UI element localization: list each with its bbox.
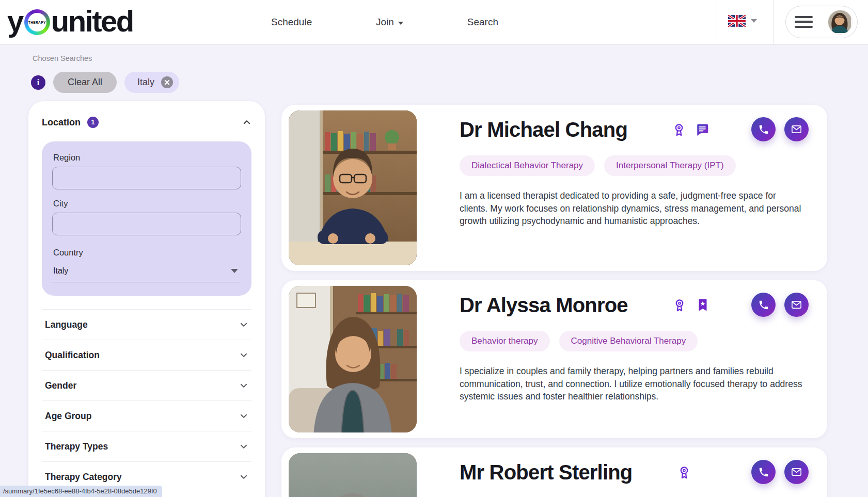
- chevron-down-icon: [239, 411, 248, 421]
- therapist-badges: [672, 297, 711, 313]
- language-selector[interactable]: [728, 15, 757, 27]
- call-button[interactable]: [751, 293, 776, 317]
- therapy-tag[interactable]: Dialectical Behavior Therapy: [460, 155, 595, 176]
- filter-section-location[interactable]: Location 1: [42, 117, 251, 128]
- filter-section-title: Therapy Types: [45, 441, 108, 452]
- nav-join[interactable]: Join: [376, 17, 403, 28]
- main-nav: Schedule Join Search: [271, 0, 498, 44]
- header-divider: [717, 0, 717, 44]
- therapist-card-body: Mr Robert Sterling: [460, 447, 827, 497]
- therapist-badges: [671, 122, 710, 137]
- filter-section-age-group[interactable]: Age Group: [42, 400, 251, 431]
- brand-ring-label: THERAPY: [28, 13, 46, 31]
- therapist-actions: [751, 117, 809, 141]
- phone-icon: [758, 124, 769, 135]
- hamburger-menu-icon: [795, 16, 813, 28]
- medal-icon: [672, 297, 687, 313]
- filter-section-title: Language: [45, 319, 88, 330]
- filters-panel: Location 1 Region City Country Italy Lan…: [28, 101, 265, 497]
- chevron-down-icon: [239, 350, 248, 360]
- medal-icon: [676, 464, 692, 480]
- chevron-down-icon: [239, 442, 248, 451]
- brand-logo-text: united: [51, 5, 133, 38]
- nav-search-label: Search: [467, 17, 498, 28]
- nav-schedule-label: Schedule: [271, 17, 312, 28]
- filter-section-language[interactable]: Language: [42, 309, 251, 340]
- therapy-tag[interactable]: Cognitive Behavioral Therapy: [559, 331, 698, 351]
- filter-section-title: Gender: [45, 380, 76, 391]
- therapist-badges: [676, 464, 692, 480]
- nav-join-label: Join: [376, 17, 394, 28]
- nav-search[interactable]: Search: [467, 17, 498, 28]
- filter-section-title: Location: [42, 117, 81, 128]
- medal-icon: [671, 122, 687, 137]
- region-label: Region: [53, 153, 241, 163]
- therapist-card[interactable]: Dr Alyssa Monroe: [281, 280, 827, 438]
- email-icon: [791, 299, 802, 311]
- country-select-value: Italy: [53, 266, 68, 276]
- email-button[interactable]: [784, 460, 809, 484]
- chevron-down-icon: [239, 381, 248, 390]
- city-label: City: [53, 199, 241, 209]
- chevron-down-icon: [231, 269, 238, 273]
- filter-count-badge: 1: [87, 117, 99, 128]
- email-icon: [791, 466, 802, 478]
- close-icon[interactable]: [161, 76, 173, 88]
- therapist-card[interactable]: Dr Michael Chang: [281, 105, 827, 271]
- call-button[interactable]: [751, 117, 776, 141]
- filter-chip-italy[interactable]: Italy: [124, 72, 179, 93]
- chat-icon: [695, 122, 710, 137]
- chevron-down-icon: [398, 22, 403, 25]
- ribbon-star-icon: [695, 297, 711, 313]
- filter-section-gender[interactable]: Gender: [42, 370, 251, 400]
- filter-section-title: Age Group: [45, 411, 91, 422]
- city-input[interactable]: [52, 213, 241, 235]
- header-divider: [774, 0, 774, 44]
- therapist-photo: [289, 110, 417, 265]
- email-button[interactable]: [784, 117, 809, 141]
- chevron-down-icon: [239, 320, 248, 329]
- therapy-tag[interactable]: Behavior therapy: [460, 331, 550, 351]
- therapist-actions: [751, 293, 809, 317]
- brand-logo[interactable]: y THERAPY united: [7, 5, 133, 38]
- therapy-tag[interactable]: Interpersonal Therapy (IPT): [604, 155, 736, 176]
- chevron-down-icon: [751, 19, 757, 23]
- therapist-card-body: Dr Michael Chang: [460, 105, 827, 271]
- therapist-card-body: Dr Alyssa Monroe: [460, 280, 827, 438]
- filter-sections: Language Qualification Gender Age Group …: [42, 309, 251, 492]
- call-button[interactable]: [751, 460, 776, 484]
- therapist-bio: I am a licensed therapist dedicated to p…: [460, 189, 803, 228]
- therapist-photo: [289, 453, 417, 497]
- filter-section-qualification[interactable]: Qualification: [42, 340, 251, 370]
- nav-schedule[interactable]: Schedule: [271, 17, 312, 28]
- chevron-down-icon: [239, 472, 248, 482]
- phone-icon: [758, 299, 769, 311]
- info-icon[interactable]: i: [31, 75, 45, 90]
- therapist-card[interactable]: Mr Robert Sterling: [281, 447, 827, 497]
- brand-ring-icon: THERAPY: [24, 9, 50, 35]
- uk-flag-icon: [728, 15, 746, 27]
- user-avatar: [828, 10, 853, 35]
- status-bar-url: /summary/1fe5ec68-ee88-4fb4-5e28-08de5de…: [0, 486, 162, 497]
- phone-icon: [758, 467, 769, 478]
- region-input[interactable]: [52, 167, 241, 189]
- filter-section-title: Qualification: [45, 350, 100, 361]
- therapist-bio: I specialize in couples and family thera…: [460, 365, 803, 403]
- therapy-tags: Dialectical Behavior Therapy Interperson…: [460, 155, 827, 176]
- email-icon: [791, 123, 802, 135]
- clear-all-button[interactable]: Clear All: [53, 72, 117, 93]
- therapist-photo: [289, 286, 417, 432]
- therapist-name: Dr Michael Chang: [460, 118, 627, 141]
- chosen-searches-label: Chosen Searches: [33, 54, 92, 62]
- therapist-name: Dr Alyssa Monroe: [460, 294, 628, 316]
- filter-section-therapy-types[interactable]: Therapy Types: [42, 431, 251, 461]
- email-button[interactable]: [784, 293, 809, 317]
- filter-section-title: Therapy Category: [45, 472, 122, 483]
- account-menu[interactable]: [785, 6, 858, 38]
- filter-chip-label: Italy: [137, 77, 154, 88]
- chevron-up-icon: [242, 118, 251, 127]
- country-label: Country: [53, 248, 241, 258]
- therapist-name: Mr Robert Sterling: [460, 461, 633, 484]
- header: y THERAPY united Schedule Join Search: [0, 0, 868, 45]
- country-select[interactable]: Italy: [52, 262, 241, 282]
